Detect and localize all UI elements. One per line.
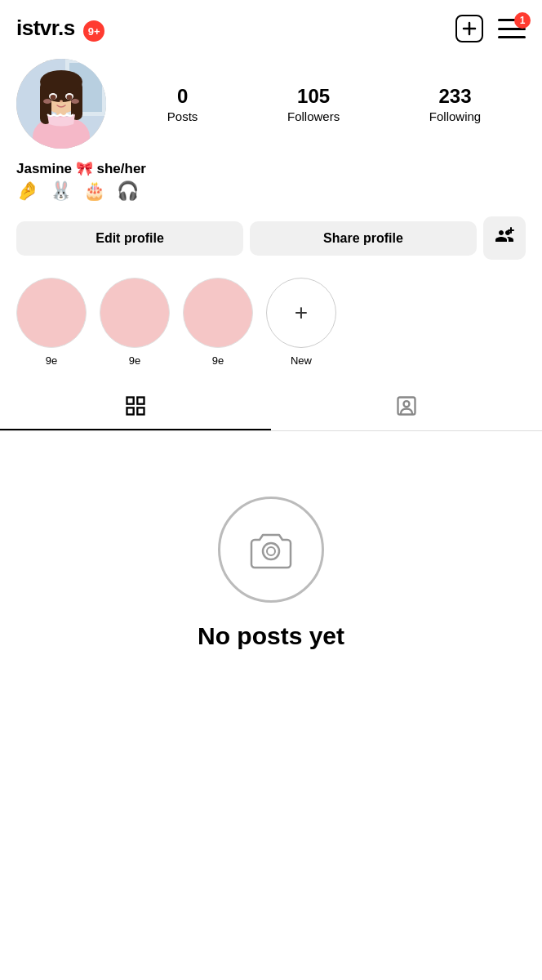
svg-point-14 bbox=[51, 95, 56, 100]
plus-icon: + bbox=[295, 300, 308, 326]
followers-count: 105 bbox=[297, 85, 330, 108]
notification-badge: 9+ bbox=[83, 20, 104, 42]
svg-point-11 bbox=[40, 70, 82, 93]
add-content-button[interactable] bbox=[455, 15, 483, 42]
svg-point-19 bbox=[43, 99, 51, 104]
highlight-circle-1 bbox=[100, 278, 170, 348]
posts-stat[interactable]: 0 Posts bbox=[167, 85, 198, 123]
camera-circle bbox=[218, 497, 324, 603]
camera-icon bbox=[247, 525, 295, 574]
following-count: 233 bbox=[438, 85, 471, 108]
grid-icon bbox=[124, 394, 147, 417]
following-label: Following bbox=[429, 109, 481, 123]
edit-profile-button[interactable]: Edit profile bbox=[16, 221, 243, 256]
svg-point-21 bbox=[60, 100, 63, 103]
highlights-row: 9e 9e 9e + New bbox=[0, 274, 542, 383]
add-person-icon bbox=[495, 226, 514, 246]
share-profile-button[interactable]: Share profile bbox=[250, 221, 477, 256]
tab-tagged[interactable] bbox=[271, 383, 542, 430]
display-name: Jasmine 🎀 she/her bbox=[16, 160, 526, 177]
add-square-icon bbox=[455, 15, 483, 42]
highlight-item-0[interactable]: 9e bbox=[16, 278, 87, 367]
bio-section: Jasmine 🎀 she/her 🤌 🐰 🎂 🎧 bbox=[0, 160, 542, 213]
stats-row: 0 Posts 105 Followers 233 Following bbox=[122, 85, 526, 123]
posts-label: Posts bbox=[167, 109, 198, 123]
header-username-wrap: istvr.s 9+ bbox=[16, 16, 104, 42]
highlight-circle-2 bbox=[183, 278, 253, 348]
avatar-wrap bbox=[16, 59, 106, 149]
posts-count: 0 bbox=[177, 85, 188, 108]
person-tag-icon bbox=[395, 394, 418, 417]
tabs-row bbox=[0, 383, 542, 431]
highlight-label-2: 9e bbox=[212, 354, 224, 367]
followers-stat[interactable]: 105 Followers bbox=[287, 85, 340, 123]
highlight-item-new[interactable]: + New bbox=[266, 278, 336, 367]
svg-rect-24 bbox=[127, 398, 134, 404]
highlight-label-0: 9e bbox=[46, 354, 57, 367]
svg-point-20 bbox=[71, 99, 79, 104]
svg-rect-26 bbox=[127, 408, 134, 414]
profile-section: 0 Posts 105 Followers 233 Following bbox=[0, 51, 542, 160]
following-stat[interactable]: 233 Following bbox=[429, 85, 481, 123]
svg-point-30 bbox=[263, 543, 279, 559]
svg-point-29 bbox=[404, 401, 410, 407]
header: istvr.s 9+ 1 bbox=[0, 0, 542, 51]
empty-posts-section: No posts yet bbox=[0, 431, 542, 683]
add-friend-button[interactable] bbox=[483, 216, 526, 260]
display-name-text: Jasmine 🎀 she/her bbox=[16, 161, 146, 176]
header-icons: 1 bbox=[455, 15, 526, 42]
highlight-label-1: 9e bbox=[129, 354, 140, 367]
highlight-item-1[interactable]: 9e bbox=[100, 278, 170, 367]
menu-button[interactable]: 1 bbox=[498, 17, 526, 40]
menu-badge: 1 bbox=[514, 12, 531, 29]
action-buttons: Edit profile Share profile bbox=[0, 213, 542, 274]
tab-grid[interactable] bbox=[0, 383, 271, 430]
avatar bbox=[16, 59, 106, 149]
followers-label: Followers bbox=[287, 109, 340, 123]
svg-rect-27 bbox=[137, 408, 144, 414]
bio-emojis: 🤌 🐰 🎂 🎧 bbox=[16, 180, 526, 202]
svg-rect-25 bbox=[137, 398, 144, 404]
no-posts-text: No posts yet bbox=[198, 622, 344, 650]
highlight-label-new: New bbox=[291, 354, 312, 367]
svg-point-31 bbox=[267, 547, 275, 555]
svg-point-15 bbox=[67, 95, 73, 100]
highlight-circle-new: + bbox=[266, 278, 336, 348]
highlight-circle-0 bbox=[16, 278, 87, 348]
highlight-item-2[interactable]: 9e bbox=[183, 278, 253, 367]
username-text: istvr.s bbox=[16, 16, 75, 40]
